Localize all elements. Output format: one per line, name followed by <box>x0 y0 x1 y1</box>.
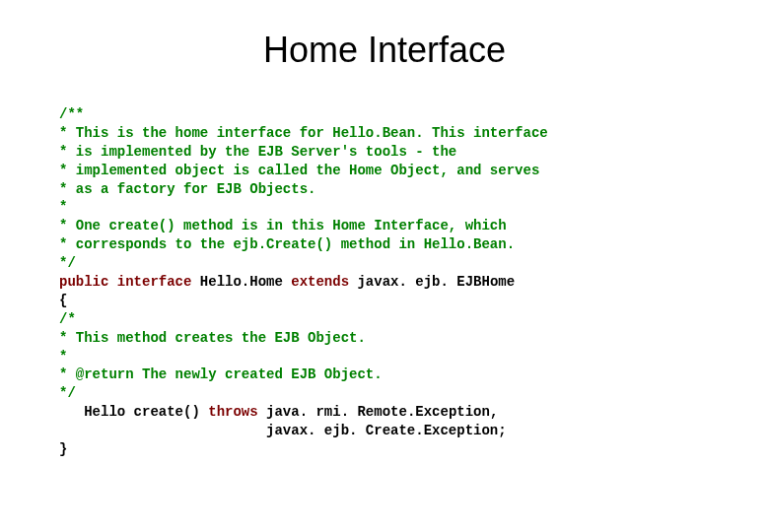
keyword: throws <box>208 404 257 420</box>
comment-line: /** <box>59 106 84 122</box>
code-text: } <box>59 441 67 457</box>
comment-line: * as a factory for EJB Objects. <box>59 181 315 197</box>
keyword: extends <box>291 274 349 290</box>
comment-line: * corresponds to the ejb.Create() method… <box>59 236 515 252</box>
code-text: Hello create() <box>59 404 208 420</box>
comment-line: * @return The newly created EJB Object. <box>59 366 383 382</box>
code-text: javax. ejb. EJBHome <box>349 274 515 290</box>
code-text: javax. ejb. Create.Exception; <box>59 423 507 438</box>
code-text: java. rmi. Remote.Exception, <box>258 404 499 420</box>
code-text: { <box>59 293 67 308</box>
comment-line: * <box>59 199 67 215</box>
keyword: public interface <box>59 274 191 290</box>
page-title: Home Interface <box>59 30 710 71</box>
comment-line: /* <box>59 311 76 327</box>
comment-line: * is implemented by the EJB Server's too… <box>59 144 456 160</box>
comment-line: * This is the home interface for Hello.B… <box>59 125 548 141</box>
comment-line: */ <box>59 255 76 271</box>
comment-line: * implemented object is called the Home … <box>59 163 539 178</box>
comment-line: */ <box>59 385 76 401</box>
code-block: /** * This is the home interface for Hel… <box>59 105 710 459</box>
code-text: Hello.Home <box>191 274 291 290</box>
comment-line: * One create() method is in this Home In… <box>59 218 507 233</box>
comment-line: * This method creates the EJB Object. <box>59 330 366 346</box>
comment-line: * <box>59 349 67 365</box>
